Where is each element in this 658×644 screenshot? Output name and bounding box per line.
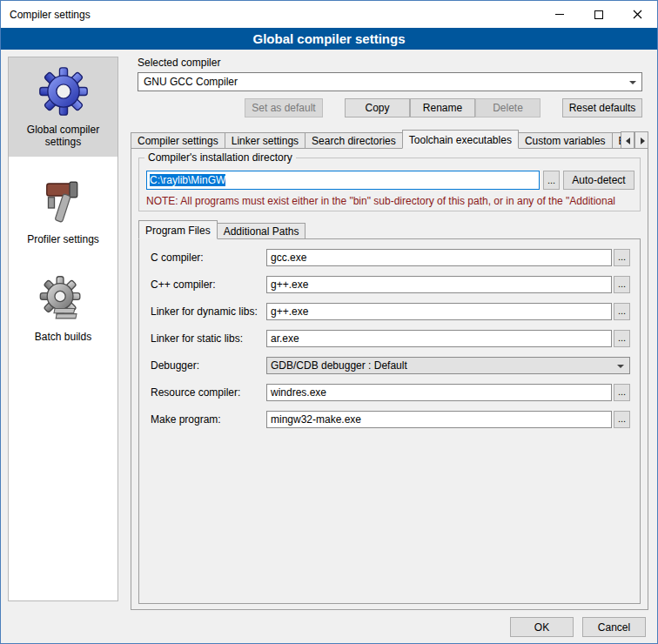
selected-compiler-label: Selected compiler [138, 57, 220, 69]
field-value: mingw32-make.exe [271, 413, 361, 426]
sidebar-item-label: Global compiler settings [11, 124, 115, 148]
close-icon [633, 10, 642, 19]
form-row-make-program: Make program: mingw32-make.exe ... [139, 411, 640, 430]
caption-buttons [540, 1, 657, 28]
rename-button[interactable]: Rename [410, 98, 475, 117]
minimize-icon [555, 14, 564, 15]
browse-button[interactable]: ... [614, 330, 630, 347]
chevron-down-icon [629, 81, 636, 84]
field-value: gcc.exe [271, 252, 306, 264]
arrow-left-icon [626, 138, 630, 144]
tab-scroll-buttons [621, 131, 648, 149]
reset-defaults-button[interactable]: Reset defaults [562, 98, 642, 117]
browse-directory-button[interactable]: ... [543, 171, 560, 190]
field-label: Resource compiler: [151, 386, 240, 399]
ok-button[interactable]: OK [510, 617, 574, 637]
program-files-tabs: Program FilesAdditional Paths [138, 220, 305, 239]
copy-button[interactable]: Copy [345, 98, 410, 117]
installation-directory-input[interactable]: C:\raylib\MinGW [146, 171, 540, 190]
field-label: Debugger: [151, 359, 199, 372]
field-value: ar.exe [271, 332, 299, 345]
close-button[interactable] [618, 1, 657, 28]
selected-compiler-value: GNU GCC Compiler [144, 76, 238, 88]
browse-button[interactable]: ... [614, 303, 630, 320]
tab-custom-variables[interactable]: Custom variables [518, 132, 613, 149]
title-bar: Compiler settings [1, 1, 657, 28]
field-value: g++.exe [271, 305, 308, 318]
settings-sidebar: Global compiler settings Profiler settin… [8, 57, 118, 601]
linker-static-input[interactable]: ar.exe [266, 330, 612, 347]
arrow-right-icon [641, 138, 645, 144]
window-title: Compiler settings [1, 9, 91, 21]
maximize-icon [594, 10, 603, 19]
browse-button[interactable]: ... [614, 249, 630, 266]
set-as-default-button[interactable]: Set as default [245, 98, 323, 117]
cpp-compiler-input[interactable]: g++.exe [266, 276, 612, 293]
note-text: NOTE: All programs must exist either in … [146, 195, 635, 207]
field-value: GDB/CDB debugger : Default [271, 359, 407, 372]
form-row-resource-compiler: Resource compiler: windres.exe ... [139, 384, 640, 403]
sidebar-item-batch-builds[interactable]: Batch builds [9, 266, 118, 352]
sidebar-item-label: Profiler settings [11, 233, 115, 245]
field-label: C++ compiler: [151, 278, 216, 291]
compiler-settings-dialog: Compiler settings Global compiler settin… [0, 0, 658, 644]
field-value: windres.exe [271, 386, 326, 399]
minimize-button[interactable] [540, 1, 579, 28]
page-title: Global compiler settings [1, 28, 657, 50]
tab-compiler-settings[interactable]: Compiler settings [131, 132, 225, 149]
installation-directory-value: C:\raylib\MinGW [150, 174, 225, 186]
delete-button[interactable]: Delete [475, 98, 540, 117]
field-label: Linker for static libs: [151, 332, 243, 345]
tab-scroll-left-button[interactable] [621, 131, 634, 149]
installation-directory-label: Compiler's installation directory [144, 151, 296, 164]
tab-search-directories[interactable]: Search directories [305, 132, 403, 149]
linker-dynamic-input[interactable]: g++.exe [266, 303, 612, 320]
c-compiler-input[interactable]: gcc.exe [266, 249, 612, 266]
field-label: C compiler: [151, 252, 204, 264]
form-row-linker-dynamic: Linker for dynamic libs: g++.exe ... [139, 303, 640, 322]
main-content: Selected compiler GNU GCC Compiler Set a… [127, 53, 652, 615]
auto-detect-button[interactable]: Auto-detect [563, 171, 634, 190]
form-row-cpp-compiler: C++ compiler: g++.exe ... [139, 276, 640, 295]
form-row-linker-static: Linker for static libs: ar.exe ... [139, 330, 640, 349]
browse-button[interactable]: ... [614, 384, 630, 401]
settings-tabs: Compiler settingsLinker settingsSearch d… [131, 130, 648, 149]
tab-additional-paths[interactable]: Additional Paths [217, 223, 306, 239]
program-files-panel: C compiler: gcc.exe ... C++ compiler: g+… [138, 238, 641, 604]
debugger-combobox[interactable]: GDB/CDB debugger : Default [266, 357, 630, 374]
form-row-c-compiler: C compiler: gcc.exe ... [139, 249, 640, 268]
field-label: Make program: [151, 413, 221, 426]
tab-linker-settings[interactable]: Linker settings [225, 132, 306, 149]
make-program-input[interactable]: mingw32-make.exe [266, 411, 612, 428]
browse-button[interactable]: ... [614, 411, 630, 428]
toolchain-executables-panel: Compiler's installation directory C:\ray… [131, 148, 648, 610]
chevron-down-icon [617, 365, 624, 368]
gear-gray-icon [39, 275, 88, 324]
sidebar-item-label: Batch builds [11, 331, 115, 343]
sidebar-item-profiler-settings[interactable]: Profiler settings [9, 169, 118, 254]
form-row-debugger: Debugger: GDB/CDB debugger : Default [139, 357, 640, 376]
field-value: g++.exe [271, 278, 308, 291]
field-label: Linker for dynamic libs: [151, 305, 258, 318]
tab-program-files[interactable]: Program Files [138, 220, 218, 239]
maximize-button[interactable] [579, 1, 618, 28]
tab-scroll-right-button[interactable] [634, 131, 648, 149]
profiler-tool-icon [39, 178, 88, 226]
browse-button[interactable]: ... [614, 276, 630, 293]
gear-blue-icon [38, 66, 89, 117]
sidebar-item-global-compiler-settings[interactable]: Global compiler settings [9, 57, 118, 157]
resource-compiler-input[interactable]: windres.exe [266, 384, 612, 401]
cancel-button[interactable]: Cancel [582, 617, 646, 637]
tab-toolchain-executables[interactable]: Toolchain executables [402, 130, 519, 149]
selected-compiler-combobox[interactable]: GNU GCC Compiler [138, 72, 642, 91]
installation-directory-groupbox: Compiler's installation directory C:\ray… [138, 158, 641, 211]
